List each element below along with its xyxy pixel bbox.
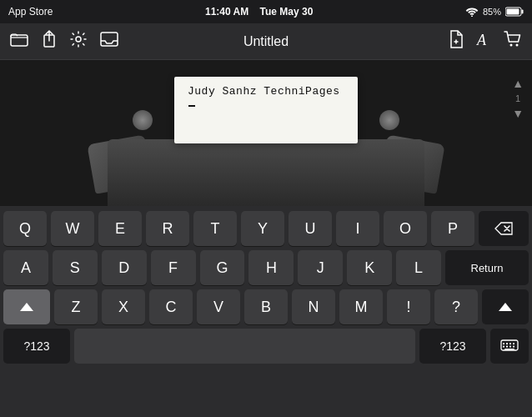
page-number: 1 — [515, 93, 520, 103]
svg-rect-3 — [11, 35, 28, 46]
font-icon[interactable]: A — [475, 30, 492, 53]
key-c[interactable]: C — [149, 289, 193, 324]
key-v[interactable]: V — [197, 289, 240, 324]
battery-display: 85% — [483, 7, 501, 17]
typewriter-platen-left — [133, 110, 153, 130]
paper-text: Judy Sanhz TechniPages — [188, 85, 344, 98]
key-k[interactable]: K — [347, 250, 392, 285]
key-space[interactable] — [74, 329, 415, 364]
key-question[interactable]: ? — [434, 289, 478, 324]
settings-icon[interactable] — [70, 31, 87, 52]
key-num123-right[interactable]: ?123 — [419, 329, 486, 364]
svg-rect-18 — [513, 346, 514, 348]
page-indicator: ▲ 1 ▼ — [512, 77, 524, 120]
document-area: Judy Sanhz TechniPages ▲ 1 ▼ — [0, 60, 532, 206]
key-n[interactable]: N — [292, 289, 335, 324]
svg-rect-11 — [503, 343, 504, 344]
key-z[interactable]: Z — [54, 289, 98, 324]
toolbar-center: Untitled — [181, 34, 352, 49]
toolbar-left — [10, 30, 181, 53]
app-store-label: App Store — [8, 6, 53, 18]
key-h[interactable]: H — [248, 250, 294, 285]
key-keyboard[interactable] — [490, 329, 529, 364]
svg-rect-16 — [506, 346, 508, 348]
inbox-icon[interactable] — [100, 32, 118, 51]
key-q[interactable]: Q — [3, 211, 47, 246]
key-num123-left[interactable]: ?123 — [3, 329, 70, 364]
status-right: 85% — [465, 7, 524, 17]
paper-cursor — [188, 105, 195, 107]
shift-arrow-right — [499, 303, 512, 311]
battery-icon — [505, 7, 524, 17]
key-t[interactable]: T — [193, 211, 237, 246]
typewriter-body — [108, 139, 424, 206]
key-g[interactable]: G — [200, 250, 245, 285]
key-return[interactable]: Return — [445, 250, 529, 285]
key-m[interactable]: M — [339, 289, 383, 324]
svg-rect-12 — [506, 343, 508, 344]
svg-point-9 — [516, 44, 519, 47]
files-icon[interactable] — [10, 32, 28, 51]
typewriter: Judy Sanhz TechniPages — [108, 68, 424, 206]
key-s[interactable]: S — [53, 250, 98, 285]
key-j[interactable]: J — [298, 250, 343, 285]
status-bar: App Store 11:40 AM Tue May 30 85% — [0, 0, 532, 23]
key-x[interactable]: X — [102, 289, 145, 324]
svg-rect-19 — [504, 349, 514, 350]
key-u[interactable]: U — [289, 211, 332, 246]
key-f[interactable]: F — [151, 250, 196, 285]
key-p[interactable]: P — [431, 211, 474, 246]
status-center: 11:40 AM Tue May 30 — [205, 6, 313, 18]
svg-rect-17 — [509, 346, 511, 348]
key-d[interactable]: D — [102, 250, 147, 285]
keyboard: Q W E R T Y U I O P A S D F G H J K L Re… — [0, 206, 532, 417]
svg-rect-2 — [507, 9, 519, 15]
svg-point-5 — [76, 37, 81, 42]
key-l[interactable]: L — [396, 250, 441, 285]
svg-point-8 — [510, 44, 513, 47]
keyboard-row-1: Q W E R T Y U I O P — [3, 211, 529, 246]
page-down-arrow[interactable]: ▼ — [512, 107, 524, 120]
svg-rect-1 — [522, 10, 524, 14]
keyboard-row-2: A S D F G H J K L Return — [3, 250, 529, 285]
key-backspace[interactable] — [479, 211, 529, 246]
typewriter-platen-right — [379, 110, 399, 130]
keyboard-row-4: ?123 ?123 — [3, 329, 529, 364]
key-exclaim[interactable]: ! — [387, 289, 430, 324]
key-a[interactable]: A — [3, 250, 48, 285]
new-doc-icon[interactable] — [449, 30, 464, 53]
document-title: Untitled — [243, 34, 289, 48]
paper[interactable]: Judy Sanhz TechniPages — [174, 77, 358, 143]
wifi-icon — [465, 7, 479, 17]
key-i[interactable]: I — [336, 211, 379, 246]
shift-arrow-left — [20, 303, 33, 311]
key-r[interactable]: R — [146, 211, 189, 246]
key-b[interactable]: B — [244, 289, 288, 324]
keyboard-row-3: Z X C V B N M ! ? — [3, 289, 529, 324]
svg-rect-14 — [513, 343, 514, 344]
share-icon[interactable] — [42, 30, 57, 53]
key-w[interactable]: W — [51, 211, 94, 246]
page-up-arrow[interactable]: ▲ — [512, 77, 524, 90]
svg-text:A: A — [476, 32, 487, 48]
cart-icon[interactable] — [504, 30, 522, 53]
svg-rect-15 — [503, 346, 504, 348]
key-shift-left[interactable] — [3, 289, 50, 324]
key-e[interactable]: E — [98, 211, 142, 246]
key-y[interactable]: Y — [241, 211, 284, 246]
toolbar-right: A — [351, 30, 522, 53]
svg-rect-13 — [509, 343, 511, 344]
time-display: 11:40 AM — [205, 6, 248, 18]
status-left: App Store — [8, 6, 53, 18]
key-o[interactable]: O — [384, 211, 427, 246]
toolbar: Untitled A — [0, 23, 532, 60]
date-display: Tue May 30 — [260, 6, 314, 18]
key-shift-right[interactable] — [482, 289, 529, 324]
